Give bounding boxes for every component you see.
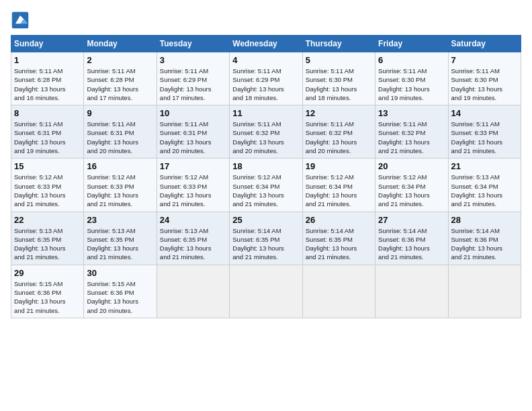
calendar-cell: 9Sunrise: 5:11 AM Sunset: 6:31 PM Daylig… xyxy=(84,105,157,158)
day-number: 18 xyxy=(232,161,299,171)
day-number: 20 xyxy=(378,161,445,171)
day-number: 1 xyxy=(14,55,81,65)
day-info: Sunrise: 5:11 AM Sunset: 6:28 PM Dayligh… xyxy=(87,66,153,102)
day-info: Sunrise: 5:12 AM Sunset: 6:34 PM Dayligh… xyxy=(378,173,445,208)
day-info: Sunrise: 5:12 AM Sunset: 6:33 PM Dayligh… xyxy=(87,173,153,208)
calendar-cell: 6Sunrise: 5:11 AM Sunset: 6:30 PM Daylig… xyxy=(375,52,448,105)
day-info: Sunrise: 5:11 AM Sunset: 6:32 PM Dayligh… xyxy=(232,120,299,155)
day-number: 23 xyxy=(87,215,153,225)
calendar-cell xyxy=(302,265,375,318)
day-number: 4 xyxy=(232,55,299,65)
day-info: Sunrise: 5:12 AM Sunset: 6:34 PM Dayligh… xyxy=(306,173,372,208)
calendar-row: 1Sunrise: 5:11 AM Sunset: 6:28 PM Daylig… xyxy=(11,52,521,105)
day-info: Sunrise: 5:11 AM Sunset: 6:31 PM Dayligh… xyxy=(160,120,226,155)
calendar-cell: 12Sunrise: 5:11 AM Sunset: 6:32 PM Dayli… xyxy=(302,105,375,158)
day-info: Sunrise: 5:15 AM Sunset: 6:36 PM Dayligh… xyxy=(14,279,81,315)
day-number: 24 xyxy=(160,215,226,225)
calendar-table: SundayMondayTuesdayWednesdayThursdayFrid… xyxy=(11,35,521,318)
calendar-body: 1Sunrise: 5:11 AM Sunset: 6:28 PM Daylig… xyxy=(11,52,521,318)
day-info: Sunrise: 5:14 AM Sunset: 6:36 PM Dayligh… xyxy=(378,226,445,262)
logo-icon xyxy=(11,11,30,30)
calendar-cell: 27Sunrise: 5:14 AM Sunset: 6:36 PM Dayli… xyxy=(375,212,448,265)
calendar-cell: 15Sunrise: 5:12 AM Sunset: 6:33 PM Dayli… xyxy=(11,158,84,212)
day-info: Sunrise: 5:11 AM Sunset: 6:30 PM Dayligh… xyxy=(378,66,445,102)
calendar-cell xyxy=(375,265,448,318)
day-info: Sunrise: 5:11 AM Sunset: 6:31 PM Dayligh… xyxy=(14,120,81,155)
calendar-cell: 29Sunrise: 5:15 AM Sunset: 6:36 PM Dayli… xyxy=(11,265,84,318)
day-number: 25 xyxy=(232,215,299,225)
day-number: 28 xyxy=(451,215,518,225)
calendar-cell: 7Sunrise: 5:11 AM Sunset: 6:30 PM Daylig… xyxy=(448,52,521,105)
day-number: 16 xyxy=(87,161,153,171)
day-number: 5 xyxy=(306,55,372,65)
weekday-header-cell: Tuesday xyxy=(157,36,229,52)
day-number: 7 xyxy=(451,55,518,65)
day-number: 10 xyxy=(160,108,226,118)
day-number: 3 xyxy=(160,55,226,65)
day-number: 14 xyxy=(451,108,518,118)
day-number: 30 xyxy=(87,268,153,278)
day-number: 9 xyxy=(87,108,153,118)
calendar-cell: 22Sunrise: 5:13 AM Sunset: 6:35 PM Dayli… xyxy=(11,212,84,265)
day-info: Sunrise: 5:11 AM Sunset: 6:31 PM Dayligh… xyxy=(87,120,153,155)
calendar-cell: 21Sunrise: 5:13 AM Sunset: 6:34 PM Dayli… xyxy=(448,158,521,212)
calendar-cell: 28Sunrise: 5:14 AM Sunset: 6:36 PM Dayli… xyxy=(448,212,521,265)
day-info: Sunrise: 5:15 AM Sunset: 6:36 PM Dayligh… xyxy=(87,279,153,315)
weekday-header-cell: Saturday xyxy=(448,36,521,52)
day-info: Sunrise: 5:12 AM Sunset: 6:34 PM Dayligh… xyxy=(232,173,299,208)
day-info: Sunrise: 5:14 AM Sunset: 6:35 PM Dayligh… xyxy=(232,226,299,262)
day-number: 8 xyxy=(14,108,81,118)
calendar-cell: 4Sunrise: 5:11 AM Sunset: 6:29 PM Daylig… xyxy=(230,52,302,105)
calendar-cell: 26Sunrise: 5:14 AM Sunset: 6:35 PM Dayli… xyxy=(302,212,375,265)
calendar-cell: 19Sunrise: 5:12 AM Sunset: 6:34 PM Dayli… xyxy=(302,158,375,212)
day-info: Sunrise: 5:11 AM Sunset: 6:32 PM Dayligh… xyxy=(378,120,445,155)
day-info: Sunrise: 5:14 AM Sunset: 6:36 PM Dayligh… xyxy=(451,226,518,262)
day-info: Sunrise: 5:12 AM Sunset: 6:33 PM Dayligh… xyxy=(14,173,81,208)
day-number: 22 xyxy=(14,215,81,225)
calendar-cell: 20Sunrise: 5:12 AM Sunset: 6:34 PM Dayli… xyxy=(375,158,448,212)
day-info: Sunrise: 5:13 AM Sunset: 6:35 PM Dayligh… xyxy=(160,226,226,262)
calendar-cell: 2Sunrise: 5:11 AM Sunset: 6:28 PM Daylig… xyxy=(84,52,157,105)
calendar-row: 15Sunrise: 5:12 AM Sunset: 6:33 PM Dayli… xyxy=(11,158,521,212)
day-number: 17 xyxy=(160,161,226,171)
calendar-cell: 23Sunrise: 5:13 AM Sunset: 6:35 PM Dayli… xyxy=(84,212,157,265)
day-number: 26 xyxy=(306,215,372,225)
day-number: 29 xyxy=(14,268,81,278)
calendar-cell: 24Sunrise: 5:13 AM Sunset: 6:35 PM Dayli… xyxy=(157,212,229,265)
calendar-row: 29Sunrise: 5:15 AM Sunset: 6:36 PM Dayli… xyxy=(11,265,521,318)
day-info: Sunrise: 5:11 AM Sunset: 6:32 PM Dayligh… xyxy=(306,120,372,155)
calendar-cell: 14Sunrise: 5:11 AM Sunset: 6:33 PM Dayli… xyxy=(448,105,521,158)
calendar-cell: 16Sunrise: 5:12 AM Sunset: 6:33 PM Dayli… xyxy=(84,158,157,212)
weekday-header-cell: Wednesday xyxy=(230,36,302,52)
calendar-cell: 8Sunrise: 5:11 AM Sunset: 6:31 PM Daylig… xyxy=(11,105,84,158)
calendar-cell: 25Sunrise: 5:14 AM Sunset: 6:35 PM Dayli… xyxy=(230,212,302,265)
calendar-cell: 30Sunrise: 5:15 AM Sunset: 6:36 PM Dayli… xyxy=(84,265,157,318)
day-info: Sunrise: 5:11 AM Sunset: 6:28 PM Dayligh… xyxy=(14,66,81,102)
day-number: 12 xyxy=(306,108,372,118)
day-number: 15 xyxy=(14,161,81,171)
day-info: Sunrise: 5:13 AM Sunset: 6:35 PM Dayligh… xyxy=(87,226,153,262)
calendar-cell: 3Sunrise: 5:11 AM Sunset: 6:29 PM Daylig… xyxy=(157,52,229,105)
weekday-header-cell: Monday xyxy=(84,36,157,52)
day-number: 2 xyxy=(87,55,153,65)
page-header xyxy=(11,11,521,30)
calendar-cell: 5Sunrise: 5:11 AM Sunset: 6:30 PM Daylig… xyxy=(302,52,375,105)
calendar-cell: 13Sunrise: 5:11 AM Sunset: 6:32 PM Dayli… xyxy=(375,105,448,158)
calendar-cell xyxy=(448,265,521,318)
day-number: 19 xyxy=(306,161,372,171)
day-info: Sunrise: 5:12 AM Sunset: 6:33 PM Dayligh… xyxy=(160,173,226,208)
calendar-row: 22Sunrise: 5:13 AM Sunset: 6:35 PM Dayli… xyxy=(11,212,521,265)
day-info: Sunrise: 5:11 AM Sunset: 6:29 PM Dayligh… xyxy=(160,66,226,102)
day-number: 21 xyxy=(451,161,518,171)
weekday-header-cell: Sunday xyxy=(11,36,84,52)
calendar-cell: 10Sunrise: 5:11 AM Sunset: 6:31 PM Dayli… xyxy=(157,105,229,158)
day-number: 13 xyxy=(378,108,445,118)
day-info: Sunrise: 5:11 AM Sunset: 6:33 PM Dayligh… xyxy=(451,120,518,155)
day-info: Sunrise: 5:11 AM Sunset: 6:29 PM Dayligh… xyxy=(232,66,299,102)
calendar-cell xyxy=(157,265,229,318)
weekday-header-row: SundayMondayTuesdayWednesdayThursdayFrid… xyxy=(11,36,521,52)
weekday-header-cell: Friday xyxy=(375,36,448,52)
calendar-cell: 18Sunrise: 5:12 AM Sunset: 6:34 PM Dayli… xyxy=(230,158,302,212)
weekday-header-cell: Thursday xyxy=(302,36,375,52)
day-info: Sunrise: 5:13 AM Sunset: 6:35 PM Dayligh… xyxy=(14,226,81,262)
